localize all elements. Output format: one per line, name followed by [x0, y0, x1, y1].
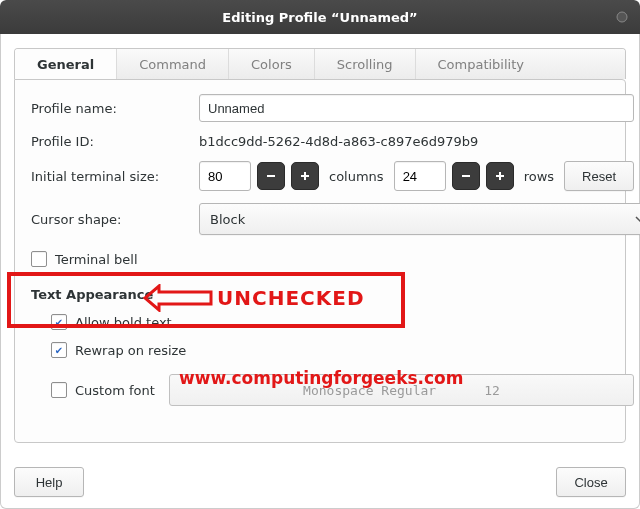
- profile-id-value: b1dcc9dd-5262-4d8d-a863-c897e6d979b9: [199, 134, 634, 149]
- initial-size-controls: columns rows Reset: [199, 161, 634, 191]
- initial-size-label: Initial terminal size:: [31, 169, 189, 184]
- client-area: General Command Colors Scrolling Compati…: [0, 34, 640, 509]
- minus-icon: [461, 171, 471, 181]
- tab-compatibility[interactable]: Compatibility: [416, 49, 626, 79]
- close-icon: [616, 11, 628, 23]
- custom-font-button[interactable]: Monospace Regular 12: [169, 374, 634, 406]
- cursor-shape-label: Cursor shape:: [31, 212, 189, 227]
- terminal-bell-checkbox[interactable]: [31, 251, 47, 267]
- svg-rect-4: [462, 175, 470, 177]
- cursor-shape-value: Block: [210, 212, 635, 227]
- custom-font-row: Custom font Monospace Regular 12: [31, 374, 634, 406]
- window-close-button[interactable]: [614, 9, 630, 25]
- plus-icon: [495, 171, 505, 181]
- terminal-bell-label: Terminal bell: [55, 252, 138, 267]
- columns-increment[interactable]: [291, 162, 319, 190]
- svg-rect-3: [304, 172, 306, 180]
- custom-font-checkbox[interactable]: [51, 382, 67, 398]
- custom-font-size: 12: [484, 383, 500, 398]
- columns-input[interactable]: [199, 161, 251, 191]
- tab-colors[interactable]: Colors: [229, 49, 315, 79]
- custom-font-label: Custom font: [75, 383, 155, 398]
- cursor-shape-combo[interactable]: Block: [199, 203, 640, 235]
- help-button[interactable]: Help: [14, 467, 84, 497]
- svg-rect-1: [267, 175, 275, 177]
- minus-icon: [266, 171, 276, 181]
- terminal-bell-row: Terminal bell: [31, 251, 634, 267]
- tab-general-page: Profile name: Profile ID: b1dcc9dd-5262-…: [14, 79, 626, 443]
- tab-scrolling[interactable]: Scrolling: [315, 49, 416, 79]
- plus-icon: [300, 171, 310, 181]
- tab-general[interactable]: General: [15, 49, 117, 79]
- custom-font-name: Monospace Regular: [303, 383, 436, 398]
- text-appearance-heading: Text Appearance: [31, 287, 634, 302]
- rows-unit-label: rows: [524, 169, 554, 184]
- profile-name-label: Profile name:: [31, 101, 189, 116]
- window-title: Editing Profile “Unnamed”: [222, 10, 417, 25]
- profile-editor-window: Editing Profile “Unnamed” General Comman…: [0, 0, 640, 509]
- profile-id-label: Profile ID:: [31, 134, 189, 149]
- titlebar: Editing Profile “Unnamed”: [0, 0, 640, 34]
- svg-point-0: [617, 12, 627, 22]
- rewrap-row: Rewrap on resize: [31, 342, 634, 358]
- tab-command[interactable]: Command: [117, 49, 229, 79]
- rewrap-checkbox[interactable]: [51, 342, 67, 358]
- svg-rect-6: [499, 172, 501, 180]
- profile-name-input[interactable]: [199, 94, 634, 122]
- rewrap-label: Rewrap on resize: [75, 343, 186, 358]
- chevron-down-icon: [635, 214, 640, 224]
- reset-size-button[interactable]: Reset: [564, 161, 634, 191]
- columns-decrement[interactable]: [257, 162, 285, 190]
- allow-bold-label: Allow bold text: [75, 315, 172, 330]
- dialog-footer: Help Close: [14, 443, 626, 497]
- rows-input[interactable]: [394, 161, 446, 191]
- notebook-tabs: General Command Colors Scrolling Compati…: [14, 48, 626, 79]
- close-button[interactable]: Close: [556, 467, 626, 497]
- allow-bold-row: Allow bold text: [31, 314, 634, 330]
- allow-bold-checkbox[interactable]: [51, 314, 67, 330]
- columns-unit-label: columns: [329, 169, 384, 184]
- rows-decrement[interactable]: [452, 162, 480, 190]
- rows-increment[interactable]: [486, 162, 514, 190]
